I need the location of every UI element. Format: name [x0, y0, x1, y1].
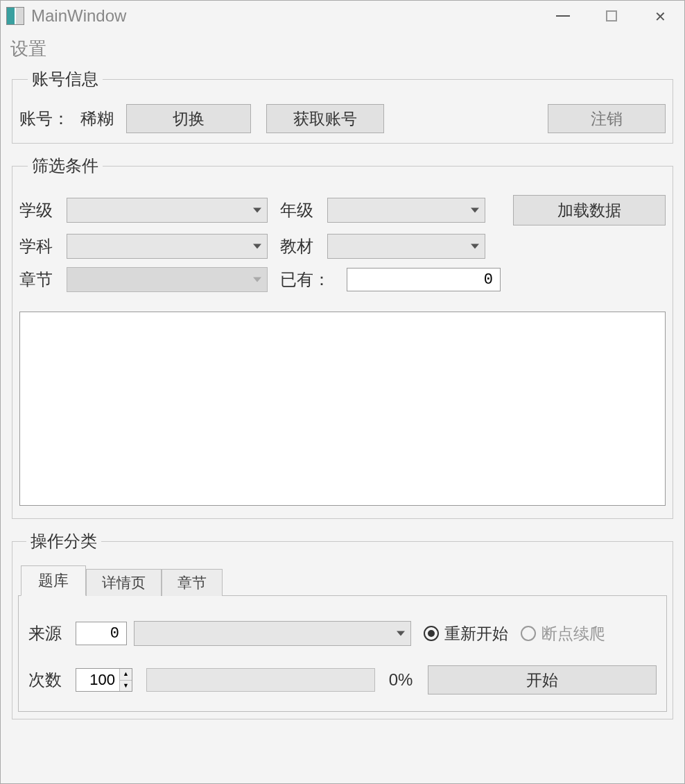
account-label: 账号： — [19, 108, 69, 130]
progress-percent: 0% — [389, 670, 413, 690]
tabbar: 题库 详情页 章节 — [21, 565, 667, 595]
count-input[interactable] — [76, 669, 119, 691]
progress-bar — [146, 668, 375, 692]
grade-label: 年级 — [280, 199, 320, 221]
radio-dot-icon — [521, 626, 536, 641]
results-listbox[interactable] — [19, 312, 666, 506]
tab-bank[interactable]: 题库 — [21, 565, 86, 596]
window-title: MainWindow — [31, 6, 126, 26]
tab-detail[interactable]: 详情页 — [86, 569, 162, 596]
close-icon — [654, 6, 666, 26]
account-group: 账号信息 账号： 稀糊 切换 获取账号 注销 — [12, 68, 673, 144]
chapter-combo — [67, 267, 268, 292]
chevron-down-icon — [397, 631, 405, 636]
minimize-button[interactable] — [539, 1, 587, 31]
ops-group: 操作分类 题库 详情页 章节 来源 重新开始 断点续爬 — [12, 530, 673, 719]
tabpanel-bank: 来源 重新开始 断点续爬 次数 — [18, 595, 667, 712]
main-window: MainWindow 设置 账号信息 账号： 稀糊 切换 获取账号 注销 筛选条… — [0, 0, 685, 784]
content-area: 设置 账号信息 账号： 稀糊 切换 获取账号 注销 筛选条件 学级 年级 加载 — [1, 31, 684, 783]
count-spinbox[interactable]: ▲ ▼ — [76, 668, 132, 692]
radio-resume: 断点续爬 — [521, 623, 605, 645]
chevron-down-icon — [253, 278, 261, 282]
count-label: 次数 — [28, 669, 69, 691]
source-label: 来源 — [28, 622, 69, 645]
grade-combo[interactable] — [327, 198, 485, 223]
chevron-down-icon — [471, 208, 479, 213]
logout-button[interactable]: 注销 — [548, 104, 666, 133]
level-label: 学级 — [19, 199, 60, 221]
chevron-down-icon — [253, 208, 261, 213]
filter-group: 筛选条件 学级 年级 加载数据 学科 教材 章节 已有： — [12, 155, 673, 519]
existing-label: 已有： — [280, 269, 340, 291]
titlebar: MainWindow — [1, 1, 684, 31]
existing-count-field[interactable] — [347, 268, 501, 291]
textbook-combo[interactable] — [327, 234, 485, 259]
chevron-down-icon — [471, 244, 479, 249]
ops-group-legend: 操作分类 — [26, 530, 101, 552]
source-value-field[interactable] — [76, 622, 127, 645]
spin-up-icon[interactable]: ▲ — [120, 669, 132, 681]
radio-dot-icon — [424, 626, 439, 641]
switch-account-button[interactable]: 切换 — [126, 104, 251, 133]
account-group-legend: 账号信息 — [28, 68, 103, 90]
close-button[interactable] — [636, 1, 684, 31]
load-data-button[interactable]: 加载数据 — [513, 195, 666, 225]
radio-restart[interactable]: 重新开始 — [424, 623, 508, 645]
textbook-label: 教材 — [280, 235, 320, 257]
filter-group-legend: 筛选条件 — [28, 155, 103, 177]
app-icon — [6, 7, 24, 25]
chapter-label: 章节 — [19, 269, 60, 291]
subject-combo[interactable] — [67, 234, 268, 259]
subject-label: 学科 — [19, 235, 60, 257]
get-account-button[interactable]: 获取账号 — [266, 104, 384, 133]
tab-chapter[interactable]: 章节 — [162, 569, 223, 596]
source-combo[interactable] — [134, 621, 411, 646]
account-value: 稀糊 — [80, 108, 114, 130]
spin-down-icon[interactable]: ▼ — [120, 681, 132, 692]
maximize-button[interactable] — [587, 1, 636, 31]
chevron-down-icon — [253, 244, 261, 249]
start-button[interactable]: 开始 — [428, 665, 657, 694]
settings-heading: 设置 — [9, 35, 676, 64]
level-combo[interactable] — [67, 198, 268, 223]
